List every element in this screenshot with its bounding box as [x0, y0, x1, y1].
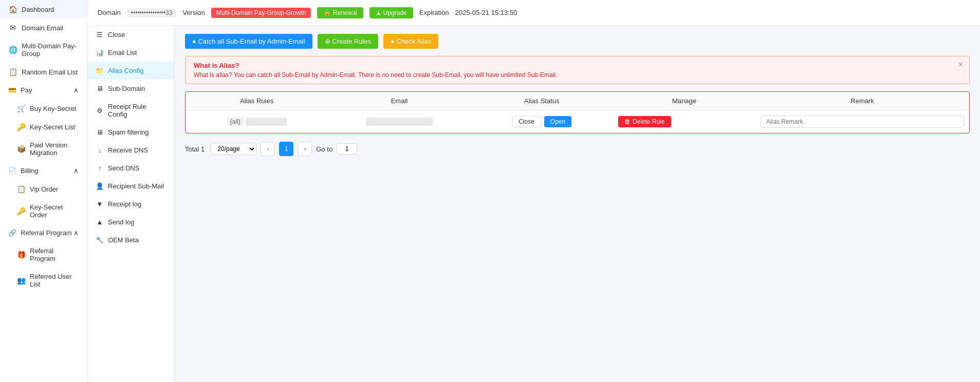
sidebar-label-dashboard: Dashboard [22, 6, 54, 13]
left-panel-receipt-log-label: Receipt log [108, 200, 141, 208]
globe-icon: 🌐 [8, 46, 17, 54]
sidebar-item-buy-key[interactable]: 🛒 Buy Key-Secret [0, 99, 87, 118]
spam-icon: 🖥 [96, 128, 104, 136]
catch-all-button[interactable]: ● Catch all Sub-Email by Admin-Email [185, 34, 312, 49]
status-buttons: Close Open [476, 116, 608, 127]
left-panel: ‹ ☰ Close 📊 Email List 📁 Alias Config 🖥 … [87, 26, 175, 382]
domain-label: Domain [98, 9, 121, 16]
up-triangle-icon: ▲ [96, 218, 104, 226]
down-arrow-icon: ↓ [96, 146, 104, 154]
chevron-up-icon: ∧ [73, 86, 79, 94]
up-arrow-icon: ↑ [96, 164, 104, 172]
table-row: {all} Close Open 🗑 [186, 110, 969, 133]
goto-input[interactable] [337, 143, 357, 155]
sidebar-item-referral-program[interactable]: 🎁 Referral Program [0, 242, 87, 268]
left-panel-send-log[interactable]: ▲ Send log [87, 213, 174, 231]
sidebar: 🏠 Dashboard ✉ Domain Email 🌐 Multi-Domai… [0, 0, 87, 382]
close-status-button[interactable]: Close [512, 116, 541, 127]
table-header: Alias Rules Email Alias Status Manage Re… [186, 92, 969, 110]
sidebar-item-random-email[interactable]: 📋 Random Email List [0, 63, 87, 81]
pagination-total-label: Total 1 [185, 145, 205, 153]
version-badge: Multi-Domain Pay-Group-Growth [211, 8, 311, 18]
goto-label: Go to [316, 145, 332, 153]
folder-icon: 📁 [96, 67, 104, 74]
chevron-up-billing-icon: ∧ [73, 167, 79, 175]
left-panel-sub-domain[interactable]: 🖥 Sub-Domain [87, 80, 174, 98]
upgrade-button[interactable]: ▲ Upgrade [369, 7, 413, 18]
chart-icon: 📊 [96, 49, 104, 56]
left-panel-send-dns[interactable]: ↑ Send DNS [87, 159, 174, 177]
sidebar-label-pay: Pay [21, 86, 32, 94]
prev-page-button[interactable]: ‹ [261, 142, 275, 156]
left-panel-send-log-label: Send log [108, 218, 134, 226]
sidebar-item-key-list[interactable]: 🔑 Key-Secret List [0, 118, 87, 136]
left-panel-email-list[interactable]: 📊 Email List [87, 44, 174, 62]
delete-rule-button[interactable]: 🗑 Delete Rule [618, 116, 671, 127]
cell-alias-status: Close Open [471, 116, 613, 127]
sidebar-item-key-order[interactable]: 🔑 Key-Secret Order [0, 198, 87, 224]
expiration-value: 2025-05-21 15:13:50 [455, 9, 517, 16]
info-alert-title: What is Alias? [194, 62, 961, 69]
sidebar-item-domain-email[interactable]: ✉ Domain Email [0, 18, 87, 37]
delete-rule-label: Delete Rule [633, 118, 665, 125]
chevron-up-referral-icon: ∧ [73, 229, 79, 237]
email-icon: ✉ [8, 24, 17, 32]
sidebar-label-paid-migration: Paid Version Migration [30, 141, 79, 157]
sidebar-item-billing[interactable]: 📄 Billing ∧ [0, 162, 87, 180]
remark-input[interactable] [761, 116, 964, 128]
sidebar-item-pay[interactable]: 💳 Pay ∧ [0, 81, 87, 99]
info-alert-close-button[interactable]: × [958, 61, 963, 69]
left-panel-receipt-rule[interactable]: ⚙ Receipt Rule Config [87, 98, 174, 123]
total-count: 1 [201, 145, 205, 153]
panel-toggle[interactable]: ‹ [174, 194, 175, 214]
sidebar-item-vip-order[interactable]: 📋 Vip Order [0, 180, 87, 198]
trash-icon: 🗑 [624, 118, 631, 125]
create-rules-button[interactable]: ⊕ Create Rules [318, 34, 378, 49]
sidebar-item-referral[interactable]: 🔗 Referral Program ∧ [0, 224, 87, 242]
gear-icon: ⚙ [96, 107, 104, 114]
cell-manage: 🗑 Delete Rule [613, 116, 755, 127]
cell-alias-rules: {all} [186, 118, 328, 126]
sidebar-item-paid-migration[interactable]: 📦 Paid Version Migration [0, 136, 87, 162]
hamburger-icon: ☰ [96, 31, 104, 39]
left-panel-recipient[interactable]: 👤 Recipient Sub-Mail [87, 177, 174, 195]
left-panel-alias-config-label: Alias Config [108, 67, 143, 74]
left-panel-email-list-label: Email List [108, 49, 137, 56]
left-panel-alias-config[interactable]: 📁 Alias Config [87, 62, 174, 80]
list-icon: 📋 [8, 68, 17, 76]
left-panel-send-dns-label: Send DNS [108, 164, 139, 172]
sidebar-item-dashboard[interactable]: 🏠 Dashboard [0, 0, 87, 18]
check-alias-button[interactable]: ● Check Alias [383, 34, 438, 49]
per-page-select[interactable]: 20/page 50/page 100/page [211, 143, 256, 155]
left-panel-recipient-label: Recipient Sub-Mail [108, 182, 164, 190]
billing-icon: 📄 [8, 167, 16, 175]
sidebar-label-referral-program: Referral Program [30, 247, 79, 262]
left-panel-receipt-log[interactable]: ▼ Receipt log [87, 195, 174, 213]
left-panel-receive-dns[interactable]: ↓ Receive DNS [87, 141, 174, 159]
left-panel-close-label: Close [108, 31, 125, 39]
open-status-button[interactable]: Open [544, 116, 571, 127]
sidebar-label-billing: Billing [21, 167, 39, 175]
gift-icon: 🎁 [16, 251, 26, 259]
sidebar-label-random-email: Random Email List [22, 68, 78, 76]
left-panel-oem-label: OEM Beta [108, 236, 139, 244]
sidebar-item-multi-domain[interactable]: 🌐 Multi-Domain Pay-Group [0, 37, 87, 63]
sidebar-label-multi-domain: Multi-Domain Pay-Group [22, 42, 79, 58]
sidebar-item-referred-users[interactable]: 👥 Referred User List [0, 268, 87, 293]
page-1-button[interactable]: 1 [279, 142, 293, 156]
col-alias-rules: Alias Rules [186, 97, 328, 105]
renewal-button[interactable]: 🔒 Renewal [317, 7, 363, 18]
left-panel-close[interactable]: ☰ Close [87, 26, 174, 44]
total-label: Total [185, 145, 199, 153]
col-email: Email [328, 97, 470, 105]
dashboard-icon: 🏠 [8, 5, 17, 13]
top-header: Domain ••••••••••••••••33 Version Multi-… [87, 0, 980, 26]
left-panel-spam-label: Spam filtering [108, 128, 149, 136]
email-blurred [366, 118, 433, 126]
down-triangle-icon: ▼ [96, 200, 104, 208]
left-panel-spam[interactable]: 🖥 Spam filtering [87, 123, 174, 141]
left-panel-oem[interactable]: 🔧 OEM Beta [87, 231, 174, 249]
wrench-icon: 🔧 [96, 236, 104, 244]
referral-icon: 🔗 [8, 229, 16, 237]
next-page-button[interactable]: › [298, 142, 312, 156]
